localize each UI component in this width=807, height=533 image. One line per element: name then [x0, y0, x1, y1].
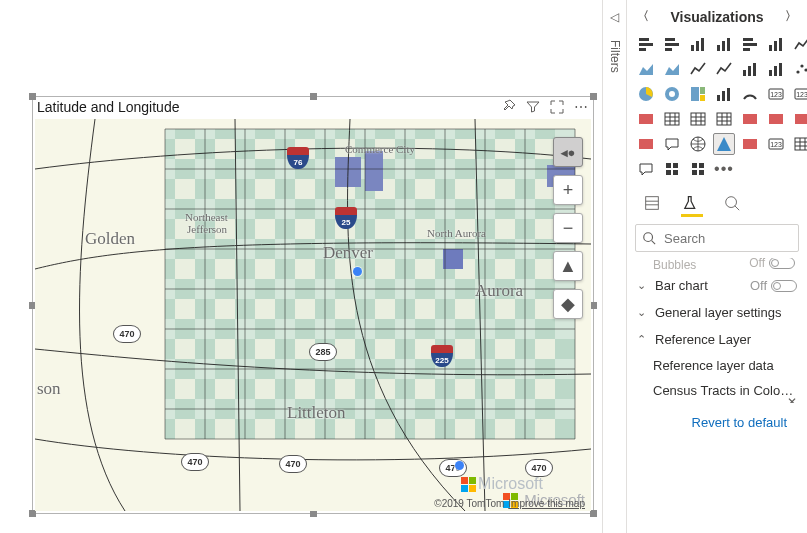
analytics-tab[interactable]: [721, 190, 743, 216]
filter-icon[interactable]: [525, 99, 541, 115]
format-tab[interactable]: [681, 190, 703, 216]
vis-type-more[interactable]: •••: [713, 158, 735, 180]
svg-point-38: [669, 91, 675, 97]
visualizations-pane: 〈 Visualizations 〉 123123123••• Bubbles …: [626, 0, 807, 533]
vis-type-multi-card[interactable]: 123: [791, 83, 807, 105]
svg-rect-29: [753, 63, 756, 76]
format-row-reference-layer[interactable]: ⌃ Reference Layer: [635, 326, 799, 353]
vis-type-donut[interactable]: [661, 83, 683, 105]
resize-handle[interactable]: [29, 510, 36, 517]
vis-type-arcgis-map[interactable]: [687, 133, 709, 155]
vis-type-waterfall[interactable]: [765, 58, 787, 80]
vis-type-grid-visual[interactable]: [687, 158, 709, 180]
format-search[interactable]: [635, 224, 799, 252]
svg-rect-70: [743, 139, 757, 149]
svg-rect-30: [769, 70, 772, 76]
svg-text:123: 123: [796, 91, 807, 98]
svg-rect-43: [722, 91, 725, 101]
vis-type-key-influencers[interactable]: [791, 108, 807, 130]
bar-chart-toggle[interactable]: [771, 280, 797, 292]
collapse-pane-icon[interactable]: 〈: [637, 8, 649, 25]
svg-rect-49: [639, 114, 653, 124]
svg-rect-50: [665, 113, 679, 125]
svg-rect-86: [646, 197, 659, 210]
vis-type-num-card[interactable]: 123: [765, 133, 787, 155]
map-style-button[interactable]: ◆: [553, 289, 583, 319]
vis-type-stacked-column[interactable]: [687, 33, 709, 55]
filters-label[interactable]: Filters: [608, 40, 622, 73]
search-input[interactable]: [662, 230, 807, 247]
vis-type-card[interactable]: 123: [765, 83, 787, 105]
svg-rect-7: [443, 249, 463, 269]
resize-handle[interactable]: [29, 93, 36, 100]
vis-type-qna[interactable]: [661, 133, 683, 155]
map-zoom-in-button[interactable]: +: [553, 175, 583, 205]
clear-icon[interactable]: ✕: [787, 395, 797, 403]
expand-filters-icon[interactable]: ◁: [610, 10, 619, 24]
map-reset-button[interactable]: ◂●: [553, 137, 583, 167]
svg-rect-13: [665, 43, 679, 46]
vis-type-line-stacked[interactable]: [713, 58, 735, 80]
map-zoom-out-button[interactable]: −: [553, 213, 583, 243]
svg-line-92: [652, 241, 656, 245]
format-row-bar-chart[interactable]: ⌄ Bar chart Off: [635, 272, 799, 299]
vis-type-powerapps[interactable]: [739, 133, 761, 155]
report-canvas[interactable]: Latitude and Longitude ⋯: [0, 0, 600, 533]
vis-type-pie[interactable]: [635, 83, 657, 105]
resize-handle[interactable]: [310, 93, 317, 100]
improve-map-link[interactable]: Improve this map: [508, 498, 585, 509]
format-row-general-layer[interactable]: ⌄ General layer settings: [635, 299, 799, 326]
vis-type-scatter[interactable]: [791, 58, 807, 80]
vis-type-r-visual[interactable]: [739, 108, 761, 130]
vis-type-clustered-column-100[interactable]: [765, 33, 787, 55]
vis-type-treemap[interactable]: [687, 83, 709, 105]
more-options-icon[interactable]: ⋯: [573, 99, 589, 115]
vis-type-heatmap[interactable]: [661, 158, 683, 180]
vis-type-paginated[interactable]: [791, 133, 807, 155]
vis-type-gauge[interactable]: [739, 83, 761, 105]
format-list: Bubbles Off ⌄ Bar chart Off ⌄ General la…: [627, 258, 807, 430]
map-visual-frame[interactable]: Latitude and Longitude ⋯: [32, 96, 594, 514]
vis-type-stacked-bar[interactable]: [635, 33, 657, 55]
vis-type-line[interactable]: [791, 33, 807, 55]
vis-type-ribbon[interactable]: [739, 58, 761, 80]
vis-type-chat[interactable]: [635, 158, 657, 180]
resize-handle[interactable]: [310, 510, 317, 517]
resize-handle[interactable]: [590, 93, 597, 100]
expand-pane-icon[interactable]: 〉: [785, 8, 797, 25]
vis-type-py-visual[interactable]: [765, 108, 787, 130]
focus-mode-icon[interactable]: [549, 99, 565, 115]
vis-type-matrix[interactable]: [713, 108, 735, 130]
svg-rect-42: [717, 95, 720, 101]
toggle-off-icon[interactable]: [769, 258, 795, 269]
vis-type-clustered-bar[interactable]: [661, 33, 683, 55]
vis-type-line-clustered[interactable]: [687, 58, 709, 80]
map-surface[interactable]: Denver Aurora Golden Littleton Commerce …: [35, 119, 591, 511]
peek-bubbles-row: Bubbles Off: [635, 258, 799, 272]
vis-type-kpi[interactable]: [635, 108, 657, 130]
filters-pane-collapsed[interactable]: ◁ Filters: [602, 0, 626, 533]
resize-handle[interactable]: [590, 302, 597, 309]
vis-type-slicer[interactable]: [661, 108, 683, 130]
svg-rect-28: [748, 66, 751, 76]
fields-tab[interactable]: [641, 190, 663, 216]
visualizations-title: Visualizations: [670, 9, 763, 25]
chevron-up-icon: ⌃: [637, 333, 651, 346]
svg-rect-83: [699, 163, 704, 168]
vis-type-stacked-area[interactable]: [661, 58, 683, 80]
pin-icon[interactable]: [501, 99, 517, 115]
vis-type-stacked-bar-100[interactable]: [739, 33, 761, 55]
vis-type-decomp[interactable]: [635, 133, 657, 155]
vis-type-area[interactable]: [635, 58, 657, 80]
map-pitch-button[interactable]: ▲: [553, 251, 583, 281]
vis-type-azure-map[interactable]: [713, 133, 735, 155]
visualizations-header: 〈 Visualizations 〉: [627, 0, 807, 31]
vis-type-combo[interactable]: [713, 83, 735, 105]
vis-type-table[interactable]: [687, 108, 709, 130]
vis-type-clustered-column[interactable]: [713, 33, 735, 55]
svg-rect-55: [691, 113, 705, 125]
resize-handle[interactable]: [590, 510, 597, 517]
svg-rect-22: [743, 43, 757, 46]
reference-layer-value[interactable]: Census Tracts in Colorado... ✕: [635, 378, 799, 403]
revert-to-default-link[interactable]: Revert to default: [635, 403, 799, 430]
